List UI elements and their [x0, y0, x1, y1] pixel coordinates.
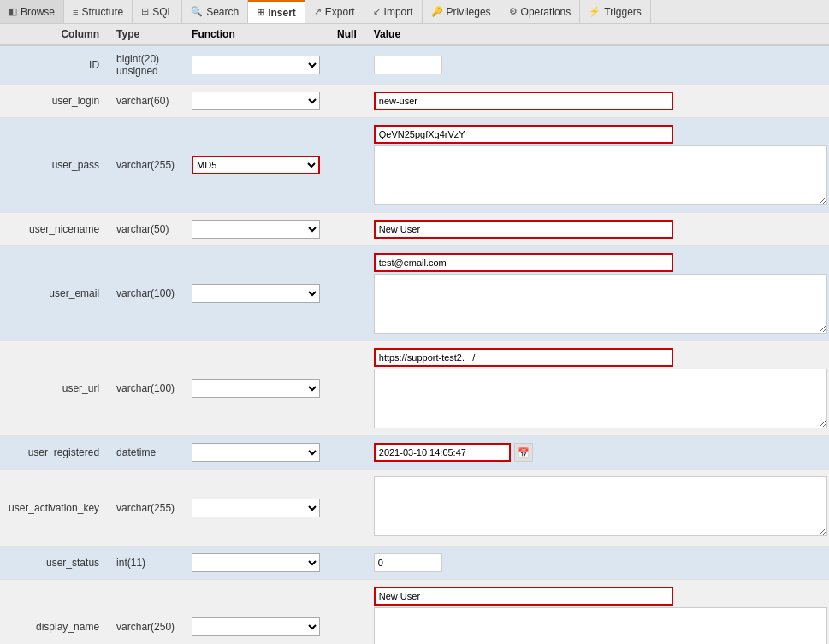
- function-cell: AES_DECRYPTAES_ENCRYPTMD5SHA1PASSWORDENC…: [183, 45, 329, 85]
- nav-label-export: Export: [325, 6, 355, 18]
- function-cell: AES_DECRYPTAES_ENCRYPTMD5SHA1PASSWORDENC…: [183, 118, 329, 213]
- value-cell: [365, 85, 829, 118]
- column-type: varchar(255): [108, 118, 183, 213]
- import-icon: ↙: [373, 6, 381, 17]
- null-checkbox-cell: [329, 45, 365, 85]
- triggers-icon: ⚡: [589, 6, 601, 17]
- column-name: user_pass: [0, 118, 108, 213]
- nav-item-import[interactable]: ↙Import: [364, 0, 423, 23]
- function-cell: AES_DECRYPTAES_ENCRYPTMD5SHA1PASSWORDENC…: [183, 470, 329, 547]
- function-select[interactable]: AES_DECRYPTAES_ENCRYPTMD5SHA1PASSWORDENC…: [192, 220, 320, 239]
- nav-item-sql[interactable]: ⊞SQL: [133, 0, 182, 23]
- column-type: varchar(100): [108, 341, 183, 436]
- column-type: varchar(60): [108, 85, 183, 118]
- value-input-top[interactable]: [374, 587, 673, 606]
- nav-item-browse[interactable]: ◧Browse: [0, 0, 64, 23]
- function-select[interactable]: AES_DECRYPTAES_ENCRYPTMD5SHA1PASSWORDENC…: [192, 56, 320, 74]
- column-name: display_name: [0, 580, 108, 645]
- value-cell: [365, 45, 829, 85]
- nav-label-insert: Insert: [268, 7, 296, 19]
- calendar-button[interactable]: 📅: [514, 443, 533, 462]
- column-type: datetime: [108, 436, 183, 470]
- null-checkbox-cell: [329, 436, 365, 470]
- null-checkbox-cell: [329, 246, 365, 341]
- function-cell: AES_DECRYPTAES_ENCRYPTMD5SHA1PASSWORDENC…: [183, 580, 329, 645]
- nav-label-operations: Operations: [521, 6, 571, 18]
- value-textarea[interactable]: [374, 274, 827, 334]
- function-select[interactable]: AES_DECRYPTAES_ENCRYPTMD5SHA1PASSWORDENC…: [192, 156, 320, 174]
- table-row: display_namevarchar(250)AES_DECRYPTAES_E…: [0, 580, 829, 645]
- nav-item-operations[interactable]: ⚙Operations: [500, 0, 581, 23]
- value-wrapper: [374, 253, 827, 334]
- column-name: ID: [0, 45, 108, 85]
- nav-label-import: Import: [384, 6, 413, 18]
- value-input[interactable]: [374, 56, 442, 74]
- nav-item-structure[interactable]: ≡Structure: [64, 0, 133, 23]
- column-type: varchar(50): [108, 213, 183, 246]
- table-row: user_nicenamevarchar(50)AES_DECRYPTAES_E…: [0, 213, 829, 246]
- function-select[interactable]: AES_DECRYPTAES_ENCRYPTMD5SHA1PASSWORDENC…: [192, 92, 320, 110]
- table-row: user_passvarchar(255)AES_DECRYPTAES_ENCR…: [0, 118, 829, 213]
- value-input[interactable]: [374, 92, 673, 110]
- nav-item-triggers[interactable]: ⚡Triggers: [580, 0, 651, 23]
- value-input-top[interactable]: [374, 348, 673, 367]
- nav-item-export[interactable]: ↗Export: [305, 0, 364, 23]
- value-cell: 📅: [365, 436, 829, 470]
- table-row: user_statusint(11)AES_DECRYPTAES_ENCRYPT…: [0, 547, 829, 580]
- function-select[interactable]: AES_DECRYPTAES_ENCRYPTMD5SHA1PASSWORDENC…: [192, 499, 320, 517]
- value-cell: [365, 470, 829, 547]
- nav-label-triggers: Triggers: [604, 6, 642, 18]
- function-select[interactable]: AES_DECRYPTAES_ENCRYPTMD5SHA1PASSWORDENC…: [192, 284, 320, 303]
- null-checkbox-cell: [329, 547, 365, 580]
- function-cell: AES_DECRYPTAES_ENCRYPTMD5SHA1PASSWORDENC…: [183, 213, 329, 246]
- nav-label-browse: Browse: [21, 6, 55, 18]
- function-select[interactable]: AES_DECRYPTAES_ENCRYPTMD5SHA1PASSWORDENC…: [192, 443, 320, 462]
- null-header: Null: [329, 24, 365, 45]
- column-type: varchar(100): [108, 246, 183, 341]
- value-cell: [365, 213, 829, 246]
- function-cell: AES_DECRYPTAES_ENCRYPTMD5SHA1PASSWORDENC…: [183, 436, 329, 470]
- value-textarea[interactable]: [374, 607, 827, 644]
- column-name: user_login: [0, 85, 108, 118]
- value-cell: [365, 547, 829, 580]
- table-header: Column Type Function Null Value: [0, 24, 829, 45]
- function-select[interactable]: AES_DECRYPTAES_ENCRYPTMD5SHA1PASSWORDENC…: [192, 553, 320, 572]
- value-wrapper: [374, 125, 827, 205]
- null-checkbox-cell: [329, 118, 365, 213]
- nav-label-search: Search: [206, 6, 239, 18]
- nav-item-search[interactable]: 🔍Search: [182, 0, 248, 23]
- nav-label-structure: Structure: [81, 6, 123, 18]
- value-input[interactable]: [374, 220, 673, 239]
- datetime-input[interactable]: [374, 443, 511, 462]
- value-input-top[interactable]: [374, 125, 673, 144]
- null-checkbox-cell: [329, 580, 365, 645]
- insert-icon: ⊞: [257, 7, 264, 18]
- value-textarea[interactable]: [374, 369, 827, 428]
- function-select[interactable]: AES_DECRYPTAES_ENCRYPTMD5SHA1PASSWORDENC…: [192, 379, 320, 398]
- column-type: varchar(255): [108, 470, 183, 547]
- column-type: varchar(250): [108, 580, 183, 645]
- table-row: user_registereddatetimeAES_DECRYPTAES_EN…: [0, 436, 829, 470]
- browse-icon: ◧: [9, 6, 17, 17]
- export-icon: ↗: [314, 6, 322, 17]
- value-textarea[interactable]: [374, 145, 827, 205]
- value-input-top[interactable]: [374, 253, 673, 272]
- type-header: Type: [108, 24, 183, 45]
- column-name: user_registered: [0, 436, 108, 470]
- nav-item-privileges[interactable]: 🔑Privileges: [423, 0, 500, 23]
- function-cell: AES_DECRYPTAES_ENCRYPTMD5SHA1PASSWORDENC…: [183, 547, 329, 580]
- nav-item-insert[interactable]: ⊞Insert: [248, 0, 305, 23]
- operations-icon: ⚙: [509, 6, 518, 17]
- function-select[interactable]: AES_DECRYPTAES_ENCRYPTMD5SHA1PASSWORDENC…: [192, 617, 320, 636]
- nav-label-privileges: Privileges: [447, 6, 491, 18]
- value-cell: [365, 118, 829, 213]
- null-checkbox-cell: [329, 85, 365, 118]
- table-row: user_activation_keyvarchar(255)AES_DECRY…: [0, 470, 829, 547]
- value-wrapper: [374, 587, 827, 644]
- value-input[interactable]: [374, 553, 442, 572]
- table-row: user_emailvarchar(100)AES_DECRYPTAES_ENC…: [0, 246, 829, 341]
- column-name: user_status: [0, 547, 108, 580]
- datetime-wrapper: 📅: [374, 443, 827, 462]
- value-header: Value: [365, 24, 829, 45]
- value-textarea[interactable]: [374, 476, 827, 536]
